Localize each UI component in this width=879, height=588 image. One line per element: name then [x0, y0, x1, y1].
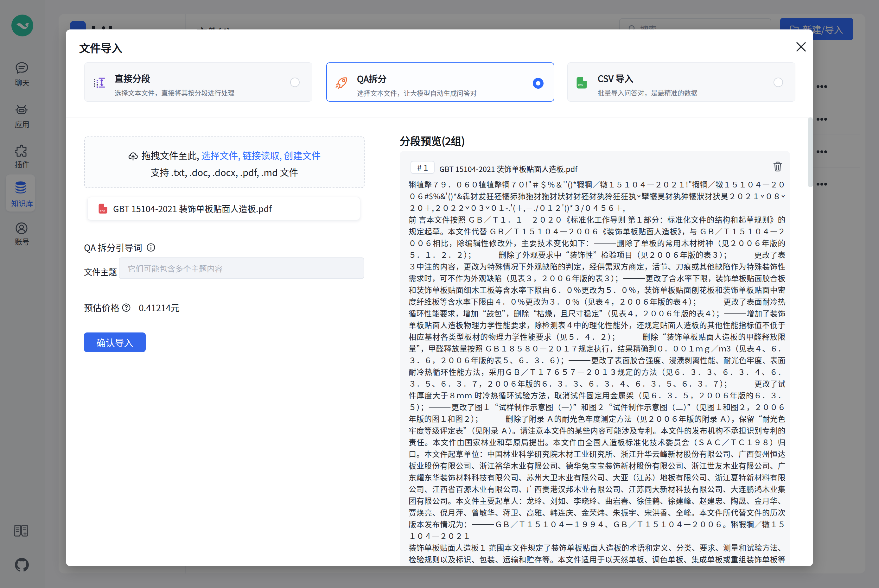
svg-text:PDF: PDF	[100, 210, 105, 213]
svg-text:csv: csv	[578, 83, 583, 87]
